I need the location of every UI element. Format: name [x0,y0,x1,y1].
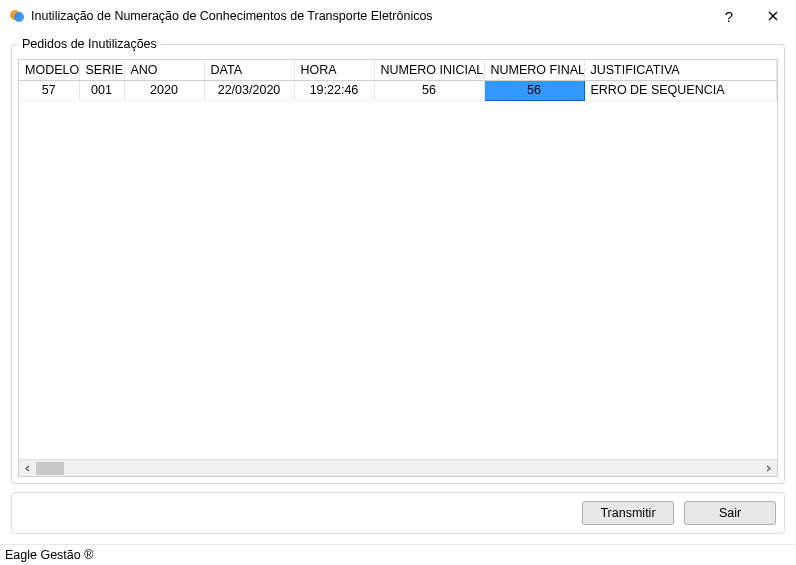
group-pedidos: Pedidos de Inutilizações MODELO SERIE [11,37,785,484]
col-header-data[interactable]: DATA [204,60,294,80]
col-header-serie[interactable]: SERIE [79,60,124,80]
status-text: Eagle Gestão ® [5,548,93,562]
button-panel: Transmitir Sair [11,492,785,534]
scroll-thumb[interactable] [36,462,64,475]
col-header-ano[interactable]: ANO [124,60,204,80]
help-button[interactable]: ? [707,1,751,31]
table-scroll: MODELO SERIE ANO DATA HORA NUMERO INICIA… [19,60,777,459]
close-button[interactable] [751,1,795,31]
cell-modelo[interactable]: 57 [19,80,79,100]
window-title: Inutilização de Numeração de Conheciment… [31,9,433,23]
cell-data[interactable]: 22/03/2020 [204,80,294,100]
col-header-numero-final[interactable]: NUMERO FINAL [484,60,584,80]
cell-hora[interactable]: 19:22:46 [294,80,374,100]
group-title: Pedidos de Inutilizações [18,37,161,51]
cell-numero-final[interactable]: 56 [484,80,584,100]
col-header-numero-inicial[interactable]: NUMERO INICIAL [374,60,484,80]
app-icon [9,8,25,24]
table-header-row: MODELO SERIE ANO DATA HORA NUMERO INICIA… [19,60,777,80]
data-table[interactable]: MODELO SERIE ANO DATA HORA NUMERO INICIA… [19,60,777,101]
table-row[interactable]: 57 001 2020 22/03/2020 19:22:46 56 56 ER… [19,80,777,100]
content-area: Pedidos de Inutilizações MODELO SERIE [1,31,795,544]
sair-button[interactable]: Sair [684,501,776,525]
window: Inutilização de Numeração de Conheciment… [0,0,796,565]
transmitir-button[interactable]: Transmitir [582,501,674,525]
cell-justificativa[interactable]: ERRO DE SEQUENCIA [584,80,777,100]
titlebar: Inutilização de Numeração de Conheciment… [1,1,795,31]
statusbar: Eagle Gestão ® [1,544,795,564]
close-icon [768,11,778,21]
col-header-hora[interactable]: HORA [294,60,374,80]
horizontal-scrollbar[interactable] [19,459,777,476]
col-header-justificativa[interactable]: JUSTIFICATIVA [584,60,777,80]
scroll-right-icon[interactable] [760,460,777,477]
scroll-left-icon[interactable] [19,460,36,477]
cell-numero-inicial[interactable]: 56 [374,80,484,100]
cell-ano[interactable]: 2020 [124,80,204,100]
scroll-track[interactable] [36,460,760,477]
cell-serie[interactable]: 001 [79,80,124,100]
table-container: MODELO SERIE ANO DATA HORA NUMERO INICIA… [18,59,778,477]
svg-point-1 [14,12,24,22]
col-header-modelo[interactable]: MODELO [19,60,79,80]
